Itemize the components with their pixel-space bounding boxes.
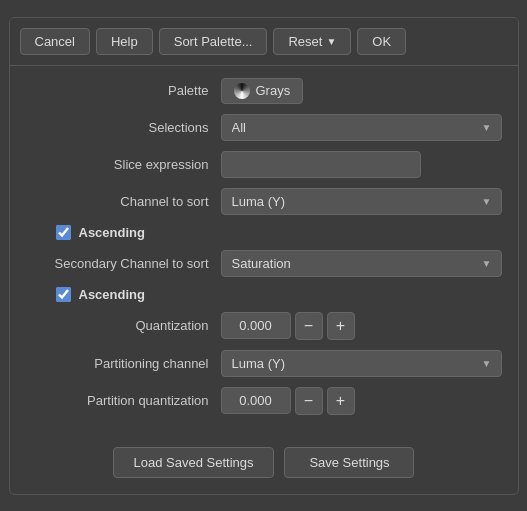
plus-icon: + <box>336 318 345 334</box>
bottom-bar: Load Saved Settings Save Settings <box>10 437 518 478</box>
channel-to-sort-label: Channel to sort <box>26 194 221 209</box>
quantization-label: Quantization <box>26 318 221 333</box>
slice-expression-label: Slice expression <box>26 157 221 172</box>
secondary-channel-select-wrap: Saturation Luma (Y) Hue (H) Value (V) <box>221 250 502 277</box>
partitioning-channel-label: Partitioning channel <box>26 356 221 371</box>
partitioning-channel-row: Partitioning channel Luma (Y) Hue (H) Sa… <box>26 350 502 377</box>
toolbar: Cancel Help Sort Palette... Reset ▼ OK <box>10 18 518 66</box>
reset-button[interactable]: Reset ▼ <box>273 28 351 55</box>
partitioning-channel-select[interactable]: Luma (Y) Hue (H) Saturation (S) Value (V… <box>221 350 502 377</box>
partition-quantization-controls: − + <box>221 387 355 415</box>
chevron-down-icon: ▼ <box>326 36 336 47</box>
reset-label: Reset <box>288 34 322 49</box>
ascending2-label[interactable]: Ascending <box>79 287 145 302</box>
secondary-channel-label: Secondary Channel to sort <box>26 256 221 271</box>
partition-quantization-input[interactable] <box>221 387 291 414</box>
palette-button[interactable]: Grays <box>221 78 304 104</box>
ascending1-checkbox[interactable] <box>56 225 71 240</box>
partition-quantization-label: Partition quantization <box>26 393 221 408</box>
sort-palette-button[interactable]: Sort Palette... <box>159 28 268 55</box>
secondary-channel-select[interactable]: Saturation Luma (Y) Hue (H) Value (V) <box>221 250 502 277</box>
quantization-row: Quantization − + <box>26 312 502 340</box>
slice-expression-input[interactable] <box>221 151 421 178</box>
partitioning-channel-select-wrap: Luma (Y) Hue (H) Saturation (S) Value (V… <box>221 350 502 377</box>
slice-expression-row: Slice expression <box>26 151 502 178</box>
ok-button[interactable]: OK <box>357 28 406 55</box>
dialog: Cancel Help Sort Palette... Reset ▼ OK P… <box>9 17 519 495</box>
minus-icon: − <box>304 393 313 409</box>
channel-to-sort-select-wrap: Luma (Y) Hue (H) Saturation (S) Value (V… <box>221 188 502 215</box>
palette-row: Palette Grays <box>26 78 502 104</box>
quantization-plus-button[interactable]: + <box>327 312 355 340</box>
quantization-controls: − + <box>221 312 355 340</box>
form-body: Palette Grays Selections All Selection N… <box>10 66 518 437</box>
save-settings-button[interactable]: Save Settings <box>284 447 414 478</box>
selections-select[interactable]: All Selection None <box>221 114 502 141</box>
channel-to-sort-select[interactable]: Luma (Y) Hue (H) Saturation (S) Value (V… <box>221 188 502 215</box>
palette-icon <box>234 83 250 99</box>
palette-label: Palette <box>26 83 221 98</box>
palette-value: Grays <box>256 83 291 98</box>
secondary-channel-row: Secondary Channel to sort Saturation Lum… <box>26 250 502 277</box>
selections-label: Selections <box>26 120 221 135</box>
ascending1-label[interactable]: Ascending <box>79 225 145 240</box>
ascending1-row: Ascending <box>26 225 502 240</box>
load-saved-settings-button[interactable]: Load Saved Settings <box>113 447 275 478</box>
selections-select-wrap: All Selection None <box>221 114 502 141</box>
plus-icon: + <box>336 393 345 409</box>
ascending2-checkbox[interactable] <box>56 287 71 302</box>
help-button[interactable]: Help <box>96 28 153 55</box>
partition-quantization-plus-button[interactable]: + <box>327 387 355 415</box>
selections-row: Selections All Selection None <box>26 114 502 141</box>
minus-icon: − <box>304 318 313 334</box>
cancel-button[interactable]: Cancel <box>20 28 90 55</box>
ascending2-row: Ascending <box>26 287 502 302</box>
partition-quantization-row: Partition quantization − + <box>26 387 502 415</box>
quantization-minus-button[interactable]: − <box>295 312 323 340</box>
channel-to-sort-row: Channel to sort Luma (Y) Hue (H) Saturat… <box>26 188 502 215</box>
quantization-input[interactable] <box>221 312 291 339</box>
partition-quantization-minus-button[interactable]: − <box>295 387 323 415</box>
